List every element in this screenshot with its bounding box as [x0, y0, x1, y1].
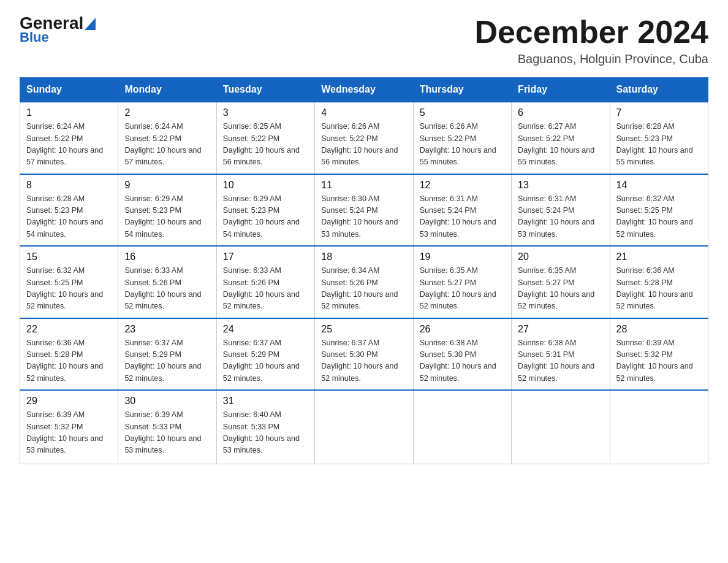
day-number: 19	[420, 251, 505, 262]
day-info: Sunrise: 6:34 AMSunset: 5:26 PMDaylight:…	[321, 265, 406, 313]
calendar-cell: 20Sunrise: 6:35 AMSunset: 5:27 PMDayligh…	[512, 246, 610, 318]
day-number: 1	[26, 107, 112, 118]
day-number: 3	[223, 107, 308, 118]
calendar-cell: 14Sunrise: 6:32 AMSunset: 5:25 PMDayligh…	[610, 174, 708, 247]
calendar-cell: 21Sunrise: 6:36 AMSunset: 5:28 PMDayligh…	[610, 246, 708, 318]
day-number: 15	[26, 251, 112, 262]
calendar-cell: 27Sunrise: 6:38 AMSunset: 5:31 PMDayligh…	[512, 318, 610, 391]
day-info: Sunrise: 6:26 AMSunset: 5:22 PMDaylight:…	[321, 121, 406, 169]
calendar-table: SundayMondayTuesdayWednesdayThursdayFrid…	[20, 77, 708, 464]
calendar-cell: 13Sunrise: 6:31 AMSunset: 5:24 PMDayligh…	[512, 174, 610, 247]
day-number: 5	[420, 107, 505, 118]
day-number: 12	[420, 180, 505, 191]
day-info: Sunrise: 6:37 AMSunset: 5:29 PMDaylight:…	[124, 337, 210, 385]
day-info: Sunrise: 6:36 AMSunset: 5:28 PMDaylight:…	[26, 337, 112, 385]
calendar-cell: 3Sunrise: 6:25 AMSunset: 5:22 PMDaylight…	[216, 102, 314, 174]
day-number: 22	[26, 324, 112, 335]
calendar-cell: 23Sunrise: 6:37 AMSunset: 5:29 PMDayligh…	[118, 318, 216, 391]
calendar-header-row: SundayMondayTuesdayWednesdayThursdayFrid…	[20, 78, 708, 102]
calendar-cell: 4Sunrise: 6:26 AMSunset: 5:22 PMDaylight…	[315, 102, 413, 174]
calendar-cell: 24Sunrise: 6:37 AMSunset: 5:29 PMDayligh…	[216, 318, 314, 391]
day-info: Sunrise: 6:36 AMSunset: 5:28 PMDaylight:…	[616, 265, 702, 313]
calendar-cell: 15Sunrise: 6:32 AMSunset: 5:25 PMDayligh…	[20, 246, 118, 318]
week-row-5: 29Sunrise: 6:39 AMSunset: 5:32 PMDayligh…	[20, 390, 708, 464]
day-info: Sunrise: 6:29 AMSunset: 5:23 PMDaylight:…	[223, 193, 308, 241]
calendar-cell: 10Sunrise: 6:29 AMSunset: 5:23 PMDayligh…	[216, 174, 314, 247]
day-number: 29	[26, 396, 112, 407]
day-number: 30	[124, 396, 210, 407]
day-info: Sunrise: 6:28 AMSunset: 5:23 PMDaylight:…	[26, 193, 112, 241]
day-number: 16	[124, 251, 210, 262]
page-header: General Blue December 2024 Baguanos, Hol…	[20, 15, 708, 66]
day-info: Sunrise: 6:40 AMSunset: 5:33 PMDaylight:…	[223, 409, 308, 457]
day-number: 4	[321, 107, 406, 118]
week-row-2: 8Sunrise: 6:28 AMSunset: 5:23 PMDaylight…	[20, 174, 708, 247]
calendar-cell: 12Sunrise: 6:31 AMSunset: 5:24 PMDayligh…	[413, 174, 511, 247]
week-row-4: 22Sunrise: 6:36 AMSunset: 5:28 PMDayligh…	[20, 318, 708, 391]
day-info: Sunrise: 6:29 AMSunset: 5:23 PMDaylight:…	[124, 193, 210, 241]
day-info: Sunrise: 6:39 AMSunset: 5:32 PMDaylight:…	[616, 337, 702, 385]
day-info: Sunrise: 6:38 AMSunset: 5:30 PMDaylight:…	[420, 337, 505, 385]
day-number: 10	[223, 180, 308, 191]
day-info: Sunrise: 6:31 AMSunset: 5:24 PMDaylight:…	[518, 193, 603, 241]
logo: General Blue	[20, 15, 96, 44]
day-info: Sunrise: 6:35 AMSunset: 5:27 PMDaylight:…	[420, 265, 505, 313]
day-info: Sunrise: 6:37 AMSunset: 5:30 PMDaylight:…	[321, 337, 406, 385]
calendar-cell: 22Sunrise: 6:36 AMSunset: 5:28 PMDayligh…	[20, 318, 118, 391]
location-subtitle: Baguanos, Holguin Province, Cuba	[474, 52, 708, 66]
week-row-1: 1Sunrise: 6:24 AMSunset: 5:22 PMDaylight…	[20, 102, 708, 174]
day-number: 8	[26, 180, 112, 191]
day-number: 14	[616, 180, 702, 191]
day-info: Sunrise: 6:27 AMSunset: 5:22 PMDaylight:…	[518, 121, 603, 169]
day-number: 13	[518, 180, 603, 191]
day-info: Sunrise: 6:39 AMSunset: 5:32 PMDaylight:…	[26, 409, 112, 457]
day-info: Sunrise: 6:39 AMSunset: 5:33 PMDaylight:…	[124, 409, 210, 457]
day-info: Sunrise: 6:33 AMSunset: 5:26 PMDaylight:…	[124, 265, 210, 313]
calendar-cell: 1Sunrise: 6:24 AMSunset: 5:22 PMDaylight…	[20, 102, 118, 174]
col-header-monday: Monday	[118, 78, 216, 102]
calendar-cell: 25Sunrise: 6:37 AMSunset: 5:30 PMDayligh…	[315, 318, 413, 391]
col-header-thursday: Thursday	[413, 78, 511, 102]
calendar-cell: 30Sunrise: 6:39 AMSunset: 5:33 PMDayligh…	[118, 390, 216, 464]
calendar-cell: 2Sunrise: 6:24 AMSunset: 5:22 PMDaylight…	[118, 102, 216, 174]
day-info: Sunrise: 6:26 AMSunset: 5:22 PMDaylight:…	[420, 121, 505, 169]
calendar-cell: 28Sunrise: 6:39 AMSunset: 5:32 PMDayligh…	[610, 318, 708, 391]
calendar-cell: 5Sunrise: 6:26 AMSunset: 5:22 PMDaylight…	[413, 102, 511, 174]
calendar-cell: 29Sunrise: 6:39 AMSunset: 5:32 PMDayligh…	[20, 390, 118, 464]
day-number: 7	[616, 107, 702, 118]
day-number: 18	[321, 251, 406, 262]
day-info: Sunrise: 6:38 AMSunset: 5:31 PMDaylight:…	[518, 337, 603, 385]
day-number: 17	[223, 251, 308, 262]
day-info: Sunrise: 6:25 AMSunset: 5:22 PMDaylight:…	[223, 121, 308, 169]
calendar-cell	[315, 390, 413, 464]
day-number: 20	[518, 251, 603, 262]
day-number: 27	[518, 324, 603, 335]
day-info: Sunrise: 6:31 AMSunset: 5:24 PMDaylight:…	[420, 193, 505, 241]
calendar-cell: 18Sunrise: 6:34 AMSunset: 5:26 PMDayligh…	[315, 246, 413, 318]
day-number: 24	[223, 324, 308, 335]
calendar-cell: 7Sunrise: 6:28 AMSunset: 5:23 PMDaylight…	[610, 102, 708, 174]
calendar-cell: 26Sunrise: 6:38 AMSunset: 5:30 PMDayligh…	[413, 318, 511, 391]
day-info: Sunrise: 6:35 AMSunset: 5:27 PMDaylight:…	[518, 265, 603, 313]
day-info: Sunrise: 6:24 AMSunset: 5:22 PMDaylight:…	[26, 121, 112, 169]
logo-blue-text: Blue	[20, 31, 49, 44]
calendar-cell: 31Sunrise: 6:40 AMSunset: 5:33 PMDayligh…	[216, 390, 314, 464]
svg-marker-0	[85, 18, 96, 30]
calendar-cell: 17Sunrise: 6:33 AMSunset: 5:26 PMDayligh…	[216, 246, 314, 318]
day-info: Sunrise: 6:30 AMSunset: 5:24 PMDaylight:…	[321, 193, 406, 241]
col-header-sunday: Sunday	[20, 78, 118, 102]
calendar-cell	[512, 390, 610, 464]
calendar-cell: 11Sunrise: 6:30 AMSunset: 5:24 PMDayligh…	[315, 174, 413, 247]
day-number: 9	[124, 180, 210, 191]
col-header-saturday: Saturday	[610, 78, 708, 102]
calendar-cell	[413, 390, 511, 464]
title-area: December 2024 Baguanos, Holguin Province…	[474, 15, 708, 66]
calendar-cell: 6Sunrise: 6:27 AMSunset: 5:22 PMDaylight…	[512, 102, 610, 174]
day-number: 6	[518, 107, 603, 118]
day-info: Sunrise: 6:37 AMSunset: 5:29 PMDaylight:…	[223, 337, 308, 385]
day-number: 11	[321, 180, 406, 191]
month-title: December 2024	[474, 15, 708, 50]
day-number: 31	[223, 396, 308, 407]
calendar-cell: 19Sunrise: 6:35 AMSunset: 5:27 PMDayligh…	[413, 246, 511, 318]
day-info: Sunrise: 6:32 AMSunset: 5:25 PMDaylight:…	[616, 193, 702, 241]
